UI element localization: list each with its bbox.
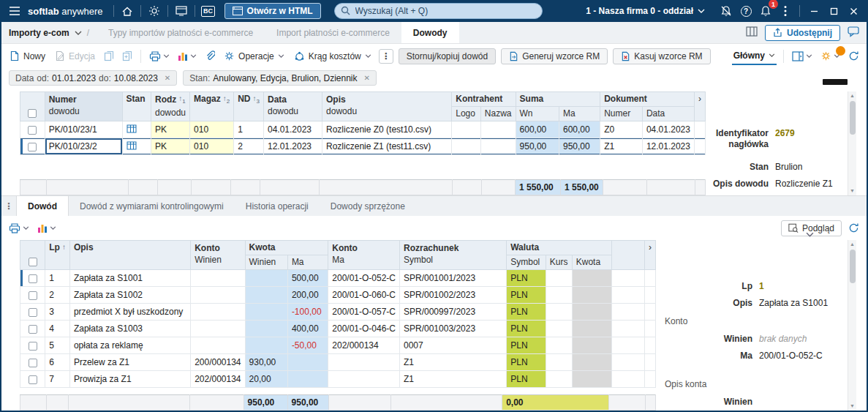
cell-suma-ma[interactable]: 950,00 [559, 138, 600, 155]
cell-waluta-kurs[interactable] [546, 354, 572, 371]
col-kwota-ma[interactable]: Ma [287, 255, 328, 270]
cell-opis[interactable]: Przelew za Z1 [69, 354, 190, 371]
cell-konto-winien[interactable]: 200/000134 [191, 354, 245, 371]
col-konto-winien[interactable]: KontoWinien [191, 241, 245, 270]
filter-state-chip[interactable]: Stan: Anulowany, Edycja, Brulion, Dzienn… [183, 70, 377, 86]
cell-kwota-ma[interactable]: 400,00 [287, 321, 328, 337]
cell-waluta-symbol[interactable]: PLN [507, 371, 546, 388]
cell-waluta-symbol[interactable]: PLN [507, 304, 546, 321]
cell-kwota-ma[interactable]: 500,00 [287, 270, 328, 287]
scroll-up-icon[interactable]: ▲ [850, 92, 855, 100]
tab-typy-importow[interactable]: Typy importów płatności e-commerce [97, 22, 265, 43]
cell-waluta-kwota[interactable] [572, 337, 611, 354]
cell-konto-ma[interactable]: 202/000134 [328, 337, 400, 354]
col-nd[interactable]: ND↑3 [234, 92, 264, 121]
cell-konto-ma[interactable]: 200/01-O-060-C [328, 287, 400, 304]
position-row[interactable]: 6Przelew za Z1200/000134930,00Z1PLN [20, 354, 656, 371]
cell-konto-winien[interactable] [191, 287, 245, 304]
open-in-html-button[interactable]: Otwórz w HTML [224, 3, 321, 19]
select-all-cell[interactable] [20, 241, 45, 270]
col-kwota-winien[interactable]: Winien [245, 255, 287, 270]
cost-circle-button[interactable]: Krąg kosztów [292, 49, 374, 63]
cell-expand[interactable] [644, 270, 655, 287]
cell-rodz[interactable]: PK [151, 138, 189, 155]
cell-filler[interactable] [612, 287, 645, 304]
cell-kwota-winien[interactable]: 930,00 [245, 354, 287, 371]
col-konto-ma[interactable]: KontoMa [328, 241, 400, 270]
cell-rozrachunek[interactable]: Z1 [400, 371, 507, 388]
row-checkbox[interactable] [29, 359, 37, 367]
cell-kwota-winien[interactable] [245, 270, 287, 287]
cell-waluta-kurs[interactable] [546, 321, 572, 337]
cell-suma-wn[interactable]: 950,00 [516, 138, 559, 155]
cell-lp[interactable]: 7 [45, 371, 70, 388]
cell-lp[interactable]: 4 [45, 321, 70, 337]
minimize-button[interactable] [805, 2, 823, 20]
cell-filler[interactable] [612, 270, 645, 287]
global-search-input[interactable] [334, 3, 543, 19]
cell-filler[interactable] [612, 304, 645, 321]
cell-lp[interactable]: 3 [45, 304, 70, 321]
col-suma[interactable]: Suma [516, 92, 600, 107]
select-all-checkbox[interactable] [29, 258, 37, 266]
position-row[interactable]: 7Prowizja za Z1202/00013420,00Z1PLN [20, 371, 656, 388]
refresh-icon[interactable] [847, 49, 861, 63]
cell-kwota-winien[interactable] [245, 304, 287, 321]
cell-checkbox[interactable] [20, 371, 45, 388]
cell-numer[interactable]: PK/010/23/1 [45, 121, 122, 138]
col-waluta-kurs[interactable]: Kurs [546, 255, 572, 270]
cell-kwota-ma[interactable] [287, 354, 328, 371]
cell-waluta-kwota[interactable] [572, 304, 611, 321]
cell-dok-data[interactable]: 12.01.2023 [642, 138, 694, 155]
panel-drag-handle[interactable]: ⋮ [1, 196, 16, 216]
position-row[interactable]: 3przedmiot X był uszkodzony-100,00200/01… [20, 304, 656, 321]
layout-panel-icon[interactable] [790, 50, 814, 63]
cell-magaz[interactable]: 010 [190, 138, 234, 155]
row-checkbox[interactable] [28, 143, 37, 151]
cell-konto-winien[interactable] [191, 321, 245, 337]
cell-checkbox[interactable] [20, 138, 45, 155]
select-all-cell[interactable] [20, 92, 45, 121]
help-icon[interactable]: ? [737, 2, 755, 20]
position-row[interactable]: 4Zapłata za S1003400,00200/01-O-046-CSPR… [20, 321, 656, 337]
tab-dowod-wymiary[interactable]: Dowód z wymiarami kontrolingowymi [69, 196, 235, 216]
cell-magaz[interactable]: 010 [190, 121, 234, 138]
maximize-button[interactable] [825, 2, 842, 20]
cell-filler[interactable] [612, 371, 645, 388]
col-lp[interactable]: Lp↑ [45, 241, 70, 270]
notifications-icon[interactable]: 1 [757, 2, 774, 20]
cell-rozrachunek[interactable]: 0007 [400, 337, 507, 354]
tab-dowody[interactable]: Dowody [401, 22, 459, 43]
scroll-up-icon[interactable]: ▲ [850, 241, 855, 248]
cell-opis[interactable]: Rozliczenie Z1 (test11.csv) [322, 138, 452, 155]
col-dok-numer[interactable]: Numer [600, 107, 643, 121]
cell-expand[interactable] [694, 138, 705, 155]
cell-opis[interactable]: Zapłata za S1003 [69, 321, 190, 337]
cell-expand[interactable] [644, 321, 655, 337]
cell-kwota-ma[interactable] [287, 371, 328, 388]
cell-konto-winien[interactable] [191, 270, 245, 287]
cell-waluta-symbol[interactable]: PLN [507, 287, 546, 304]
position-row[interactable]: 5opłata za reklamę-50,00202/0001340007PL… [20, 337, 656, 354]
row-checkbox[interactable] [29, 308, 37, 317]
col-logo[interactable]: Logo [452, 107, 481, 121]
cell-nazwa[interactable] [480, 138, 516, 155]
cell-opis[interactable]: opłata za reklamę [69, 337, 190, 354]
chat-icon[interactable] [848, 26, 859, 40]
cell-kwota-winien[interactable] [245, 337, 287, 354]
grid-settings-icon[interactable] [819, 49, 842, 63]
cell-opis[interactable]: przedmiot X był uszkodzony [69, 304, 190, 321]
collapsed-panel-handle[interactable] [823, 79, 848, 85]
cell-dok-numer[interactable]: Z1 [600, 138, 643, 155]
refresh-icon[interactable] [847, 221, 861, 235]
col-magaz[interactable]: Magaz↑2 [190, 92, 234, 121]
cell-rozrachunek[interactable]: Z1 [400, 354, 507, 371]
cell-waluta-kwota[interactable] [572, 287, 611, 304]
col-rozrachunek[interactable]: RozrachunekSymbol [400, 241, 507, 270]
col-kontrahent[interactable]: Kontrahent [452, 92, 516, 107]
cell-lp[interactable]: 2 [45, 287, 70, 304]
cell-konto-ma[interactable] [328, 354, 400, 371]
close-button[interactable] [845, 2, 862, 20]
cell-konto-ma[interactable]: 200/01-O-046-C [328, 321, 400, 337]
document-row[interactable]: PK/010/23/1PK010104.01.2023Rozliczenie Z… [20, 121, 706, 138]
